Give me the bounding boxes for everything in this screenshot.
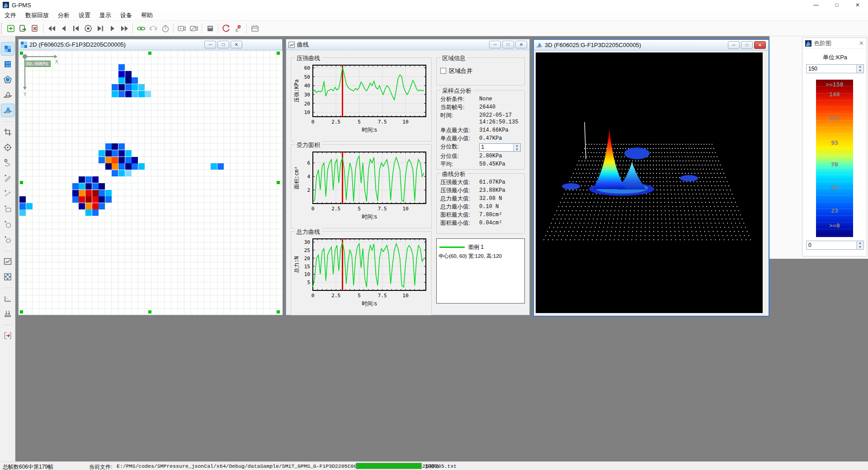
pressure-cell	[125, 84, 132, 90]
sidebar-view-3d-wire-button[interactable]	[1, 89, 14, 101]
sidebar-view-3d-surface-button[interactable]	[1, 104, 14, 117]
menu-item-7[interactable]: 帮助	[137, 10, 157, 21]
sidebar-view-2d-button[interactable]	[1, 43, 14, 55]
selection-handle[interactable]	[20, 181, 23, 184]
video-record-button[interactable]	[175, 22, 188, 34]
link-button[interactable]	[135, 22, 147, 34]
spin-down[interactable]: ▼	[514, 147, 520, 151]
delete-button[interactable]	[29, 22, 41, 34]
sidebar-tool-hexagon-button[interactable]	[1, 233, 14, 246]
window-3d-maximize-button[interactable]: □	[741, 41, 753, 49]
add-button[interactable]	[5, 22, 17, 34]
sidebar-tool-pencil-button[interactable]	[1, 172, 14, 185]
window-curves-maximize-button[interactable]: □	[502, 41, 514, 48]
window-2d-maximize-button[interactable]: □	[217, 41, 229, 48]
window-maximize-button[interactable]: □	[826, 0, 847, 10]
play-button[interactable]	[106, 22, 118, 34]
sidebar-tool-chart-button[interactable]	[1, 255, 14, 268]
sidebar-tool-route-button[interactable]	[1, 157, 14, 169]
analysis-row: 总力最小值:0.10 N	[440, 204, 521, 210]
window-2d-minimize-button[interactable]: ─	[204, 41, 216, 48]
selection-handle[interactable]	[148, 52, 151, 55]
menu-item-6[interactable]: 设备	[116, 10, 137, 21]
colorbar-close-icon[interactable]: ✕	[859, 40, 864, 47]
colorbar-titlebar[interactable]: SMiT 色阶图 ✕	[802, 38, 867, 49]
fast-forward-button[interactable]	[118, 22, 131, 34]
calendar-icon	[250, 24, 259, 33]
selection-handle[interactable]	[277, 52, 280, 55]
menu-item-4[interactable]: 设置	[74, 10, 95, 21]
pressure-map-2d[interactable]: X Y 59.45KPa	[19, 51, 283, 315]
sidebar-tool-matrix-button[interactable]	[1, 271, 14, 283]
colorbar-min-value[interactable]: 0	[807, 241, 856, 249]
unlink-button[interactable]	[147, 22, 159, 34]
x-tick-label: 0	[311, 293, 315, 299]
pressure-cell	[99, 157, 105, 163]
sidebar-tool-crop-button[interactable]	[1, 126, 14, 138]
selection-handle[interactable]	[277, 181, 280, 184]
spin-up[interactable]: ▲	[514, 144, 520, 147]
region-merge-checkbox[interactable]	[440, 68, 446, 74]
stopwatch-button[interactable]	[159, 22, 171, 34]
window-2d-titlebar[interactable]: 2D (F606025:G-F1P3D2205C00005) ─ □ ✕	[19, 39, 282, 50]
user-button[interactable]	[232, 22, 245, 34]
window-curves-minimize-button[interactable]: ─	[489, 41, 501, 48]
window-curves-close-button[interactable]: ✕	[515, 41, 527, 48]
colorbar-max-value[interactable]: 150	[807, 65, 856, 73]
toolbar-grip[interactable]	[1, 23, 5, 34]
window-3d-minimize-button[interactable]: ─	[728, 41, 740, 49]
colorbar-max-spinbox[interactable]: 150 ▲▼	[806, 64, 864, 73]
sampling-row: 平均:59.45KPa	[440, 161, 521, 168]
sidebar-tool-circle-button[interactable]	[1, 218, 14, 231]
sidebar-tool-rect-button[interactable]	[1, 203, 14, 215]
export-button[interactable]	[17, 22, 29, 34]
pressure-cell	[72, 183, 79, 190]
max-spin-down[interactable]: ▼	[857, 69, 863, 73]
percentile-spinbox[interactable]: 1 ▲▼	[479, 143, 521, 152]
step-backward-button[interactable]	[57, 22, 70, 34]
info-value: 59.45KPa	[479, 161, 505, 168]
window-minimize-button[interactable]: —	[806, 0, 826, 10]
percentile-value[interactable]: 1	[480, 144, 513, 151]
selection-handle[interactable]	[20, 310, 23, 313]
chart-canvas[interactable]: 5101520253002.557.510总力:N时间:s	[292, 236, 430, 312]
selection-handle[interactable]	[277, 310, 280, 313]
menu-item-1[interactable]: 文件	[0, 10, 21, 21]
calendar-button[interactable]	[249, 22, 261, 34]
video-stop-button[interactable]	[188, 22, 200, 34]
max-spin-up[interactable]: ▲	[857, 65, 863, 69]
min-spin-down[interactable]: ▼	[857, 245, 863, 249]
sidebar-tool-line-button[interactable]	[1, 187, 14, 200]
menu-item-5[interactable]: 显示	[95, 10, 116, 21]
sidebar-tool-landing-button[interactable]	[1, 308, 14, 320]
menu-item-3[interactable]: 分析	[53, 10, 74, 21]
window-3d-titlebar[interactable]: 3D (F606025:G-F1P3D2205C00005) ─ □ ✕	[534, 40, 769, 51]
chart-canvas[interactable]: 10203040506002.557.510压强:KPa时间:s	[292, 62, 430, 138]
skip-end-button[interactable]	[94, 22, 106, 34]
window-2d-close-button[interactable]: ✕	[231, 41, 242, 48]
stop-record-button[interactable]	[82, 22, 94, 34]
min-spin-up[interactable]: ▲	[857, 241, 863, 245]
sidebar-tool-exit-button[interactable]	[1, 329, 14, 342]
monitor-button[interactable]	[204, 22, 216, 34]
info-label: 压强最小值:	[440, 187, 479, 194]
sidebar-view-numbers-button[interactable]: 2453	[1, 58, 14, 71]
sidebar-tool-protractor-button[interactable]	[1, 292, 14, 305]
menu-item-2[interactable]: 数据回放	[21, 10, 53, 21]
pressure-cell	[112, 157, 118, 163]
selection-handle[interactable]	[20, 52, 23, 55]
window-close-button[interactable]: ✕	[847, 0, 868, 10]
window-curves-titlebar[interactable]: 曲线 ─ □ ✕	[286, 39, 529, 50]
selection-handle[interactable]	[148, 310, 151, 313]
fast-backward-button[interactable]	[45, 22, 57, 34]
skip-start-button[interactable]	[70, 22, 82, 34]
surface-plot-3d[interactable]	[536, 52, 763, 313]
chart-canvas[interactable]: 24602.557.510面积:cm²时间:s	[292, 149, 430, 225]
colorbar-min-spinbox[interactable]: 0 ▲▼	[806, 241, 864, 250]
refresh-button[interactable]	[220, 22, 232, 34]
pressure-cell	[118, 157, 125, 163]
sidebar-tool-target-button[interactable]	[1, 141, 14, 154]
window-3d-close-button[interactable]: ✕	[754, 41, 766, 49]
sidebar-view-region-button[interactable]	[1, 73, 14, 86]
info-label: 总力最小值:	[440, 204, 479, 210]
